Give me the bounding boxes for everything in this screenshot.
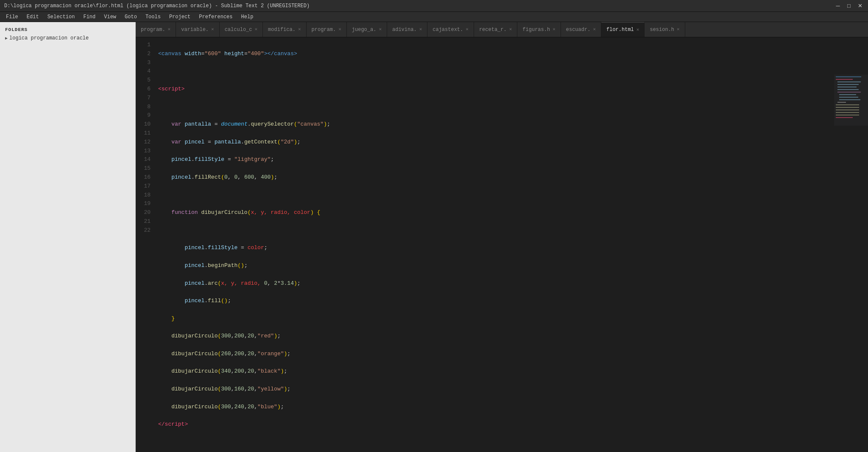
svg-rect-9 bbox=[839, 97, 858, 98]
tab-label: escuadr. bbox=[566, 27, 591, 33]
line-num-21: 21 bbox=[136, 217, 151, 226]
tab-close-icon[interactable]: ✕ bbox=[254, 27, 257, 32]
svg-rect-3 bbox=[837, 81, 861, 82]
menu-tools[interactable]: Tools bbox=[141, 13, 165, 21]
tab-close-icon[interactable]: ✕ bbox=[379, 27, 382, 32]
tab-calculo[interactable]: calculo_c ✕ bbox=[220, 22, 263, 37]
svg-rect-7 bbox=[837, 92, 861, 93]
sidebar-folder[interactable]: ▶ logica programacion oracle bbox=[2, 34, 134, 42]
folder-arrow-icon: ▶ bbox=[5, 36, 8, 41]
tab-close-icon[interactable]: ✕ bbox=[298, 27, 301, 32]
code-line-4 bbox=[158, 103, 834, 112]
menu-project[interactable]: Project bbox=[165, 13, 195, 21]
code-line-6: var pincel = pantalla.getContext("2d"); bbox=[158, 138, 834, 147]
sidebar: FOLDERS ▶ logica programacion oracle bbox=[0, 22, 136, 452]
tab-close-icon[interactable]: ✕ bbox=[211, 27, 214, 32]
line-num-9: 9 bbox=[136, 111, 151, 120]
line-num-6: 6 bbox=[136, 85, 151, 94]
menubar: File Edit Selection Find View Goto Tools… bbox=[0, 12, 868, 22]
line-num-16: 16 bbox=[136, 173, 151, 182]
tab-receta[interactable]: receta_r. ✕ bbox=[474, 22, 517, 37]
minimap bbox=[834, 75, 868, 126]
code-line-10: function dibujarCirculo(x, y, radio, col… bbox=[158, 208, 834, 217]
svg-rect-15 bbox=[836, 112, 859, 113]
code-line-17: dibujarCirculo(300,200,20,"red"); bbox=[158, 332, 834, 341]
tab-close-icon[interactable]: ✕ bbox=[338, 27, 341, 32]
svg-rect-8 bbox=[839, 94, 856, 95]
tab-cajastext[interactable]: cajastext. ✕ bbox=[427, 22, 474, 37]
tab-close-icon[interactable]: ✕ bbox=[168, 27, 171, 32]
line-num-3: 3 bbox=[136, 59, 151, 67]
tab-close-icon[interactable]: ✕ bbox=[466, 27, 469, 32]
menu-edit[interactable]: Edit bbox=[22, 13, 43, 21]
tab-close-icon[interactable]: ✕ bbox=[419, 27, 422, 32]
menu-preferences[interactable]: Preferences bbox=[195, 13, 237, 21]
tab-label: program. bbox=[312, 27, 336, 33]
line-numbers: 1 2 3 4 5 6 7 8 9 10 11 12 13 14 15 16 1… bbox=[136, 37, 155, 452]
code-line-19: dibujarCirculo(340,200,20,"black"); bbox=[158, 367, 834, 376]
code-line-18: dibujarCirculo(260,200,20,"orange"); bbox=[158, 350, 834, 359]
line-num-13: 13 bbox=[136, 147, 151, 156]
tab-escuadra[interactable]: escuadr. ✕ bbox=[561, 22, 601, 37]
line-num-2: 2 bbox=[136, 50, 151, 59]
line-num-17: 17 bbox=[136, 182, 151, 191]
code-line-9 bbox=[158, 191, 834, 200]
line-num-11: 11 bbox=[136, 129, 151, 138]
code-line-16: } bbox=[158, 314, 834, 323]
main-layout: FOLDERS ▶ logica programacion oracle pro… bbox=[0, 22, 868, 452]
svg-rect-11 bbox=[837, 102, 846, 103]
code-line-14: pincel.arc(x, y, radio, 0, 2*3.14); bbox=[158, 279, 834, 288]
menu-selection[interactable]: Selection bbox=[43, 13, 79, 21]
tab-flor[interactable]: flor.html ✕ bbox=[601, 22, 645, 37]
tab-sesion[interactable]: sesion.h ✕ bbox=[645, 22, 685, 37]
svg-rect-17 bbox=[836, 117, 853, 118]
tab-close-icon[interactable]: ✕ bbox=[553, 27, 555, 32]
svg-rect-16 bbox=[836, 115, 859, 115]
code-line-5: var pantalla = document.querySelector("c… bbox=[158, 120, 834, 129]
menu-find[interactable]: Find bbox=[79, 13, 100, 21]
line-num-1: 1 bbox=[136, 41, 151, 50]
svg-rect-13 bbox=[836, 107, 859, 108]
code-line-2 bbox=[158, 67, 834, 76]
titlebar-title: D:\logica programacion oracle\flor.html … bbox=[4, 3, 310, 9]
tab-label: modifica. bbox=[268, 27, 296, 33]
tab-modifica[interactable]: modifica. ✕ bbox=[263, 22, 306, 37]
tab-juego[interactable]: juego_a. ✕ bbox=[347, 22, 387, 37]
code-line-12: pincel.fillStyle = color; bbox=[158, 244, 834, 253]
line-num-4: 4 bbox=[136, 67, 151, 76]
code-content[interactable]: <canvas width="600" height="400"></canva… bbox=[155, 37, 834, 452]
tab-adivina[interactable]: adivina. ✕ bbox=[387, 22, 427, 37]
svg-rect-6 bbox=[837, 89, 859, 90]
tab-program1[interactable]: program. ✕ bbox=[136, 22, 176, 37]
svg-rect-2 bbox=[836, 79, 853, 80]
minimize-button[interactable]: ─ bbox=[834, 2, 842, 10]
sidebar-title: FOLDERS bbox=[2, 25, 134, 34]
folder-name: logica programacion oracle bbox=[9, 35, 89, 41]
tabs-container: program. ✕ variable. ✕ calculo_c ✕ modif… bbox=[136, 22, 868, 37]
menu-goto[interactable]: Goto bbox=[120, 13, 141, 21]
tab-close-icon[interactable]: ✕ bbox=[509, 27, 512, 32]
tab-variable[interactable]: variable. ✕ bbox=[176, 22, 219, 37]
tab-label: flor.html bbox=[606, 27, 634, 33]
line-num-10: 10 bbox=[136, 120, 151, 129]
tab-close-icon[interactable]: ✕ bbox=[636, 28, 639, 32]
close-button[interactable]: ✕ bbox=[856, 2, 864, 10]
code-container[interactable]: 1 2 3 4 5 6 7 8 9 10 11 12 13 14 15 16 1… bbox=[136, 37, 868, 452]
tab-label: receta_r. bbox=[479, 27, 507, 33]
menu-file[interactable]: File bbox=[2, 13, 22, 21]
tab-label: cajastext. bbox=[433, 27, 463, 33]
menu-view[interactable]: View bbox=[100, 13, 120, 21]
tab-program2[interactable]: program. ✕ bbox=[307, 22, 347, 37]
line-num-8: 8 bbox=[136, 103, 151, 112]
tab-figuras[interactable]: figuras.h ✕ bbox=[517, 22, 561, 37]
code-line-1: <canvas width="600" height="400"></canva… bbox=[158, 50, 834, 59]
code-line-7: pincel.fillStyle = "lightgray"; bbox=[158, 155, 834, 164]
svg-rect-5 bbox=[837, 87, 857, 87]
menu-help[interactable]: Help bbox=[237, 13, 258, 21]
tab-close-icon[interactable]: ✕ bbox=[677, 27, 680, 32]
maximize-button[interactable]: □ bbox=[845, 2, 853, 10]
svg-rect-1 bbox=[836, 76, 861, 77]
editor-area: program. ✕ variable. ✕ calculo_c ✕ modif… bbox=[136, 22, 868, 452]
tab-close-icon[interactable]: ✕ bbox=[593, 27, 596, 32]
titlebar-controls: ─ □ ✕ bbox=[834, 2, 864, 10]
